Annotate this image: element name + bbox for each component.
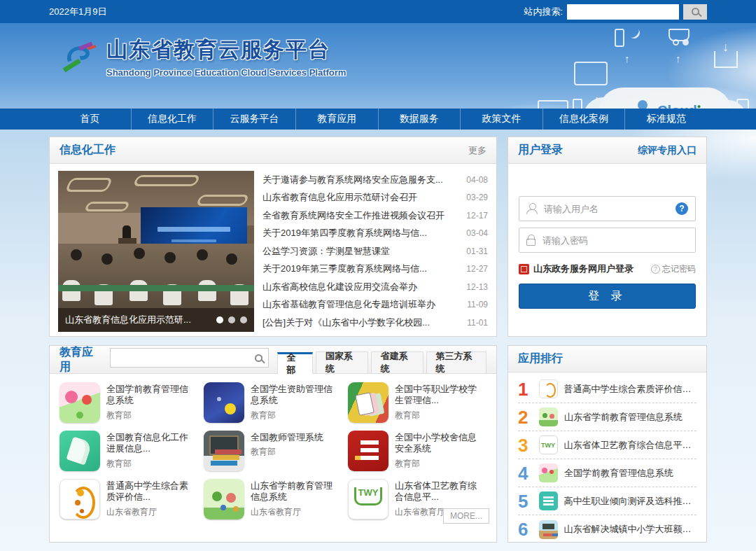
news-date: 12-27 [466,264,488,274]
cloud-graphic: Cloud [598,88,732,109]
news-item[interactable]: 全省教育系统网络安全工作推进视频会议召开 12-17 [262,207,488,225]
lock-icon [526,235,536,246]
up-arrow-icon: ↑ [624,53,630,64]
login-panel: 用户登录 综评专用入口 ? 山东政务服务网用户登录 [507,137,707,337]
carousel-dot-1[interactable] [216,316,223,323]
rank-number: 4 [518,464,536,482]
search-icon [255,354,262,362]
career-test-icon [539,491,558,510]
app-org: 教育部 [251,410,340,421]
site-search-button[interactable] [683,4,707,20]
carousel-dot-3[interactable] [240,316,247,323]
news-item[interactable]: 公益学习资源：学测星智慧课堂 01-31 [262,242,488,260]
tab-third-party-systems[interactable]: 第三方系统 [426,351,487,373]
orange-figure-icon [539,379,558,398]
forgot-password-link[interactable]: ? 忘记密码 [651,263,696,275]
nav-item-home[interactable]: 首页 [49,109,132,130]
up-arrow-icon: ↑ [676,53,681,64]
evaluation-entry-link[interactable]: 综评专用入口 [638,144,696,157]
nav-item-policy-docs[interactable]: 政策文件 [461,109,543,130]
news-carousel[interactable]: 山东省教育信息化应用示范研... [58,171,254,332]
gov-service-login-link[interactable]: 山东政务服务网用户登录 [519,263,634,275]
app-org: 教育部 [251,447,340,457]
app-item[interactable]: 全国教师管理系统 教育部 [204,431,342,471]
tablet-icon [574,62,608,85]
site-subtitle: Shandong Province Education Cloud Servic… [106,67,346,78]
apps-grid: 全国学前教育管理信息系统 教育部 全国学生资助管理信息系统 教育部 全国中等职业… [50,374,496,528]
news-more-link[interactable]: 更多 [468,144,486,157]
rank-number: 1 [518,380,536,398]
app-item[interactable]: 全国学生资助管理信息系统 教育部 [204,382,342,423]
help-icon[interactable]: ? [676,202,688,215]
apps-panel: 教育应用 全部 国家系统 省建系统 第三方系统 全国学前教育管理信息系统 [49,345,497,543]
app-item[interactable]: 山东省学前教育管理信息系统 山东省教育厅 [204,479,342,519]
nav-item-informatization[interactable]: 信息化工作 [132,109,214,130]
carousel-dot-2[interactable] [228,316,235,323]
apps-search-box[interactable] [110,348,268,368]
nav-item-standards[interactable]: 标准规范 [625,109,707,130]
app-item[interactable]: 普通高中学生综合素质评价信... 山东省教育厅 [59,479,198,519]
main-content: 信息化工作 更多 [0,130,756,551]
phone-icon [615,29,624,47]
app-item[interactable]: 全国中小学校舍信息安全系统 教育部 [348,431,486,471]
nav-item-edu-apps[interactable]: 教育应用 [296,109,379,130]
tab-provincial-systems[interactable]: 省建系统 [371,351,424,373]
search-icon [692,8,699,15]
rank-item[interactable]: 6 山东省解决城镇中小学大班额问... [518,515,696,543]
children-playground-icon [59,382,100,423]
news-item[interactable]: 山东省高校信息化建设应用交流会举办 12-13 [262,278,488,296]
rank-item[interactable]: 5 高中生职业倾向测评及选科推荐... [518,487,696,515]
news-item[interactable]: [公告]关于对《山东省中小学数字化校园... 11-01 [262,314,488,332]
ranking-panel: 应用排行 1 普通高中学生综合素质评价信息... 2 山东省学前教育管理信息系统… [507,345,707,543]
blue-flower-icon [204,382,244,423]
rank-item[interactable]: 1 普通高中学生综合素质评价信息... [518,375,696,403]
news-item[interactable]: 山东省教育信息化应用示范研讨会召开 03-29 [262,189,488,207]
gov-seal-icon [519,264,529,274]
kids-garden-icon [204,479,244,519]
wifi-wave-icon [626,25,643,41]
app-org: 教育部 [106,410,196,421]
login-button[interactable]: 登 录 [519,284,696,309]
carousel-caption: 山东省教育信息化应用示范研... [65,314,191,326]
app-item[interactable]: 全国学前教育管理信息系统 教育部 [59,382,198,423]
news-item[interactable]: 关于2019年第三季度教育系统网络与信... 12-27 [262,260,488,279]
rank-item[interactable]: 2 山东省学前教育管理信息系统 [518,403,696,431]
main-nav: 首页 信息化工作 云服务平台 教育应用 数据服务 政策文件 信息化案例 标准规范 [0,109,756,130]
news-panel: 信息化工作 更多 [49,137,497,337]
orange-figure-icon [59,479,100,519]
app-item[interactable]: 全国教育信息化工作进展信息... 教育部 [59,431,198,471]
monitor-icon [538,100,568,109]
download-icon [714,51,738,68]
current-date: 2022年1月9日 [49,6,106,18]
news-item[interactable]: 关于邀请参与教育系统网络安全应急服务支... 04-08 [262,171,488,189]
username-field[interactable]: ? [519,196,696,221]
nav-item-cases[interactable]: 信息化案例 [543,109,626,130]
tab-national-systems[interactable]: 国家系统 [316,351,368,373]
nav-item-cloud-platform[interactable]: 云服务平台 [214,109,296,130]
news-item[interactable]: 关于2019年第四季度教育系统网络与信... 03-04 [262,225,488,243]
password-field[interactable] [519,228,696,253]
top-bar: 2022年1月9日 站内搜索: [0,0,756,23]
apps-more-button[interactable]: MORE... [443,508,489,524]
news-list: 关于邀请参与教育系统网络安全应急服务支... 04-08 山东省教育信息化应用示… [262,171,488,332]
banner: ↑ ↑ ↑ ↑ Cloud 山东省教育云服务平台 Shandong Provin… [0,23,756,109]
app-item[interactable]: 全国中等职业学校学生管理信... 教育部 [348,382,486,423]
nav-item-data-services[interactable]: 数据服务 [379,109,461,130]
cart-icon [668,29,690,41]
brand: 山东省教育云服务平台 Shandong Province Education C… [59,36,346,78]
ranking-panel-title: 应用排行 [518,351,563,366]
site-title: 山东省教育云服务平台 [106,36,346,64]
password-input[interactable] [542,235,688,246]
classroom-icon [539,520,558,539]
login-panel-title: 用户登录 [518,143,563,158]
app-org: 山东省教育厅 [106,507,196,517]
app-org: 教育部 [395,410,484,421]
apps-search-input[interactable] [116,353,254,363]
rank-item[interactable]: 3 TWY 山东省体卫艺教育综合信息平台... [518,431,696,459]
tab-all[interactable]: 全部 [277,352,313,374]
news-item[interactable]: 山东省基础教育管理信息化专题培训班举办 11-09 [262,296,488,314]
app-org: 山东省教育厅 [251,507,340,517]
rank-item[interactable]: 4 全国学前教育管理信息系统 [518,459,696,487]
site-search-input[interactable] [567,4,679,20]
username-input[interactable] [544,204,669,214]
